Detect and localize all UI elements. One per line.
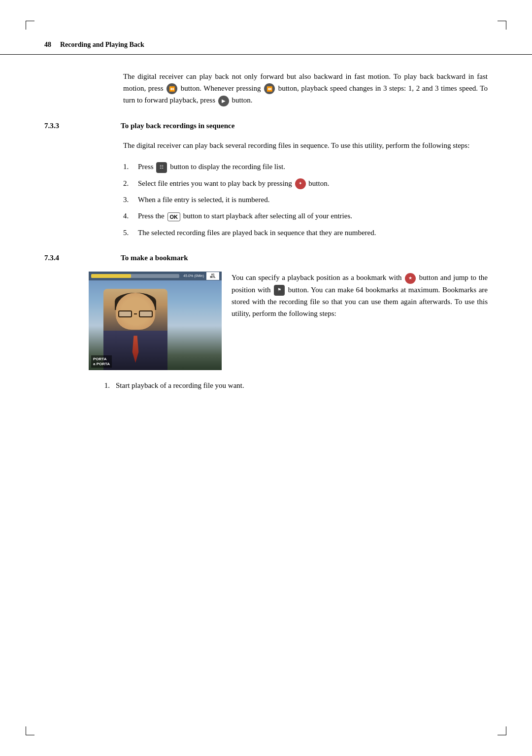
screenshot: 45.0% (0Min) A1INTL [89, 272, 222, 370]
tie [131, 336, 140, 363]
step-number: 1. [89, 380, 116, 391]
page-number: 48 [44, 39, 51, 50]
screenshot-background: 45.0% (0Min) A1INTL [89, 272, 222, 370]
step-text: Start playback of a recording file you w… [116, 380, 488, 391]
suit [103, 331, 167, 370]
section-733-heading: 7.3.3 To play back recordings in sequenc… [44, 120, 488, 132]
section-734-number: 7.3.4 [44, 252, 121, 264]
glasses-lens-left [118, 310, 132, 317]
step-number: 4. [123, 210, 138, 222]
intro-paragraph: The digital receiver can play back not o… [123, 70, 488, 106]
step-text: When a file entry is selected, it is num… [138, 194, 488, 206]
step-text: The selected recording files are played … [138, 227, 488, 239]
list-item: 3. When a file entry is selected, it is … [123, 194, 488, 206]
corner-mark-bl [26, 726, 34, 735]
corner-mark-tl [26, 21, 34, 30]
ok-button-icon: OK [167, 212, 181, 221]
list-item: 1. Start playback of a recording file yo… [89, 380, 488, 391]
step-text: Press the OK button to start playback af… [138, 210, 488, 222]
section-734-heading: 7.3.4 To make a bookmark [44, 252, 488, 264]
section-734-title: To make a bookmark [121, 252, 188, 264]
glasses [118, 310, 153, 317]
list-item: 4. Press the OK button to start playback… [123, 210, 488, 222]
section-734-steps: 1. Start playback of a recording file yo… [89, 380, 488, 391]
main-content: The digital receiver can play back not o… [0, 70, 532, 392]
channel-logo-text: A1INTL [210, 274, 215, 278]
glasses-lens-right [139, 310, 153, 317]
step-text: Press ☷ button to display the recording … [138, 161, 488, 173]
section-733-intro: The digital receiver can play back sever… [123, 139, 488, 151]
list-item: 2. Select file entries you want to play … [123, 178, 488, 190]
section-734-text: You can specify a playback position as a… [232, 272, 488, 319]
channel-logo: A1INTL [206, 272, 219, 280]
section-733-number: 7.3.3 [44, 120, 121, 132]
list-item: 5. The selected recording files are play… [123, 227, 488, 239]
step-number: 1. [123, 161, 138, 172]
screenshot-progress-bar: 45.0% (0Min) A1INTL [89, 272, 222, 280]
step-number: 5. [123, 227, 138, 239]
step-number: 3. [123, 194, 138, 206]
page-header: 48 Recording and Playing Back [0, 39, 532, 55]
page: 48 Recording and Playing Back The digita… [0, 0, 532, 756]
rewind-button-icon: ⏪ [166, 83, 177, 94]
face [116, 293, 155, 330]
play-forward-button-icon: ▶ [218, 96, 229, 106]
logo-line2: a PORTA [93, 362, 110, 366]
corner-mark-tr [498, 21, 506, 30]
section-734-two-col: 45.0% (0Min) A1INTL [89, 272, 488, 370]
list-item: 1. Press ☷ button to display the recordi… [123, 161, 488, 173]
bookmark-goto-icon: ⚑ [274, 285, 285, 296]
progress-bar-background [91, 274, 179, 278]
progress-text: 45.0% (0Min) [183, 274, 204, 279]
page-header-title: Recording and Playing Back [60, 39, 144, 50]
select-button-icon: ✦ [295, 178, 306, 189]
section-733-steps: 1. Press ☷ button to display the recordi… [123, 161, 488, 239]
progress-bar-fill [91, 274, 131, 278]
bookmark-add-icon: ★ [405, 273, 416, 284]
menu-button-icon: ☷ [156, 162, 167, 173]
step-text: Select file entries you want to play bac… [138, 178, 488, 190]
corner-mark-br [498, 726, 506, 735]
glasses-bridge [134, 313, 137, 314]
logo-line1: PORTA [93, 357, 106, 361]
show-logo: PORTA a PORTA [91, 355, 112, 368]
step-number: 2. [123, 178, 138, 189]
section-733-title: To play back recordings in sequence [121, 120, 234, 132]
rewind-button-icon-2: ⏪ [264, 83, 275, 94]
person-figure [103, 289, 167, 370]
